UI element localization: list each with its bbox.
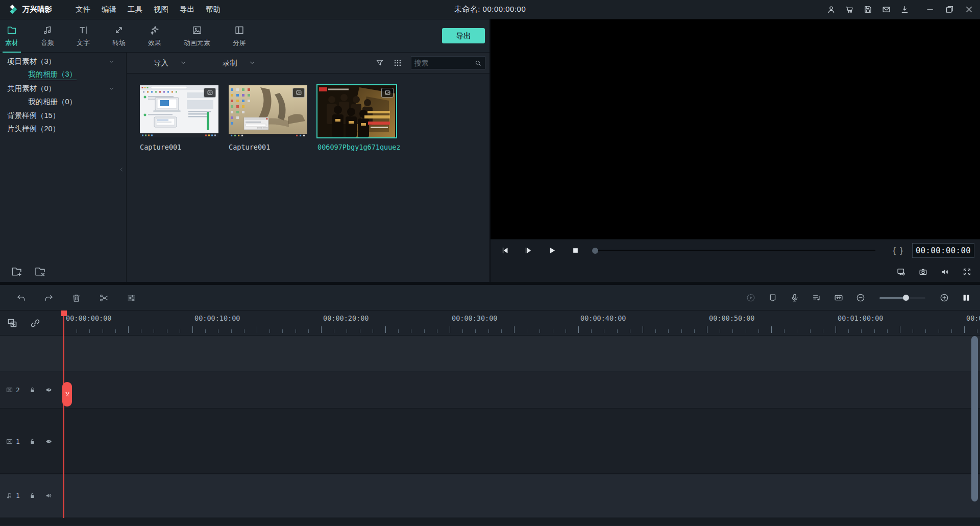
search-box[interactable]	[411, 56, 485, 69]
add-track-icon[interactable]	[6, 317, 18, 329]
stop-button[interactable]	[568, 243, 583, 258]
media-item-label: Capture001	[229, 143, 270, 151]
save-icon[interactable]	[863, 5, 873, 14]
collapse-panel-icon[interactable]	[118, 164, 125, 175]
timeline-zoom-slider[interactable]	[879, 297, 925, 299]
menu-view[interactable]: 视图	[154, 5, 168, 14]
download-icon[interactable]	[900, 5, 910, 14]
mark-out-button[interactable]: }	[898, 246, 905, 256]
volume-icon[interactable]	[940, 267, 950, 277]
store-cart-icon[interactable]	[845, 5, 854, 14]
previous-frame-button[interactable]	[497, 243, 512, 258]
app-name: 万兴喵影	[22, 5, 52, 14]
ruler-label: 00:00:30:00	[452, 314, 497, 322]
account-icon[interactable]	[826, 5, 836, 14]
lock-open-icon[interactable]	[29, 385, 36, 395]
music-note-icon	[42, 25, 53, 36]
marker-icon[interactable]	[768, 293, 778, 303]
tab-text[interactable]: 文字	[77, 25, 90, 47]
zoom-in-icon[interactable]	[939, 293, 949, 303]
ruler-label: 00:00:40:00	[580, 314, 626, 322]
lock-open-icon[interactable]	[29, 491, 36, 500]
delete-album-icon[interactable]	[34, 265, 46, 278]
import-chevron-icon[interactable]	[180, 59, 187, 66]
image-type-badge	[204, 88, 216, 98]
vertical-scrollbar[interactable]	[971, 336, 978, 501]
media-item-poster[interactable]	[317, 85, 396, 137]
photo-icon	[207, 89, 213, 96]
minimize-icon[interactable]	[925, 5, 935, 14]
tab-splitscreen[interactable]: 分屏	[233, 25, 246, 47]
library-sidebar: 项目素材（3） 我的相册（3） 共用素材（0） 我的相册（0） 背景样例（15）…	[0, 53, 127, 282]
media-toolbar: 导入 录制	[127, 53, 489, 74]
lock-open-icon[interactable]	[29, 437, 36, 446]
redo-icon[interactable]	[43, 293, 54, 303]
audio-mixer-icon[interactable]	[812, 293, 822, 303]
menu-file[interactable]: 文件	[76, 5, 90, 14]
playhead-split-handle[interactable]	[62, 382, 72, 407]
tree-item-shared-media[interactable]: 共用素材（0）	[0, 82, 126, 95]
seek-handle[interactable]	[592, 248, 598, 254]
media-item-capture001-b[interactable]	[229, 85, 307, 137]
eye-visibility-icon[interactable]	[45, 385, 53, 395]
restore-window-icon[interactable]	[945, 5, 954, 14]
close-icon[interactable]	[964, 5, 974, 14]
record-button[interactable]: 录制	[223, 58, 237, 68]
tree-item-my-album-shared[interactable]: 我的相册（0）	[0, 95, 126, 109]
video-preview	[491, 19, 980, 239]
tab-elements-label: 动画元素	[184, 38, 210, 47]
filter-icon[interactable]	[375, 58, 384, 67]
fullscreen-icon[interactable]	[962, 267, 972, 277]
render-preview-icon[interactable]	[746, 293, 756, 303]
mute-speaker-icon[interactable]	[45, 491, 53, 500]
add-album-icon[interactable]	[10, 265, 23, 278]
snapshot-camera-icon[interactable]	[918, 267, 928, 277]
video-track-1[interactable]: 1	[0, 409, 980, 474]
link-clips-icon[interactable]	[29, 317, 41, 329]
tab-audio[interactable]: 音频	[41, 25, 54, 47]
split-scissors-icon[interactable]	[99, 293, 109, 303]
search-icon[interactable]	[474, 59, 482, 67]
tree-item-intro-samples[interactable]: 片头样例（20）	[0, 123, 126, 136]
timeline-ruler[interactable]: 00:00:00:00 00:00:10:00 00:00:20:00 00:0…	[0, 310, 980, 336]
voiceover-mic-icon[interactable]	[790, 293, 800, 303]
audio-track-1[interactable]: 1	[0, 474, 980, 517]
undo-icon[interactable]	[16, 293, 27, 303]
tree-item-project-media[interactable]: 项目素材（3）	[0, 55, 126, 68]
video-track-2[interactable]: 2	[0, 372, 980, 409]
tab-transitions[interactable]: 转场	[112, 25, 126, 47]
mark-in-button[interactable]: {	[891, 246, 898, 256]
tree-item-my-album-project[interactable]: 我的相册（3）	[0, 68, 126, 82]
tab-elements[interactable]: 动画元素	[184, 25, 210, 47]
zoom-slider-handle[interactable]	[903, 295, 909, 301]
tab-audio-label: 音频	[41, 38, 54, 47]
playhead-head[interactable]	[61, 310, 67, 316]
feedback-mail-icon[interactable]	[881, 5, 891, 14]
tab-effects[interactable]: 效果	[148, 25, 161, 47]
chevron-down-icon[interactable]	[108, 58, 115, 65]
search-input[interactable]	[414, 59, 474, 67]
zoom-out-icon[interactable]	[855, 293, 866, 303]
chevron-down-icon[interactable]	[108, 85, 115, 92]
tab-media[interactable]: 素材	[5, 25, 18, 47]
import-button[interactable]: 导入	[154, 58, 168, 68]
grid-view-icon[interactable]	[393, 58, 402, 67]
tree-item-background-samples[interactable]: 背景样例（15）	[0, 109, 126, 123]
export-button[interactable]: 导出	[442, 28, 485, 43]
next-frame-button[interactable]	[520, 243, 535, 258]
eye-visibility-icon[interactable]	[45, 437, 53, 446]
delete-icon[interactable]	[71, 293, 82, 303]
adjust-properties-icon[interactable]	[126, 293, 137, 303]
image-type-badge	[381, 88, 394, 98]
menu-edit[interactable]: 编辑	[102, 5, 116, 14]
menu-export[interactable]: 导出	[180, 5, 194, 14]
media-item-capture001-a[interactable]	[140, 85, 218, 137]
display-settings-icon[interactable]	[896, 267, 906, 277]
menu-tools[interactable]: 工具	[128, 5, 142, 14]
seek-slider[interactable]	[592, 250, 875, 251]
record-chevron-icon[interactable]	[249, 59, 256, 66]
menu-help[interactable]: 帮助	[206, 5, 220, 14]
track-height-icon[interactable]	[961, 293, 971, 303]
play-button[interactable]	[544, 243, 559, 258]
fit-timeline-icon[interactable]	[834, 293, 844, 303]
